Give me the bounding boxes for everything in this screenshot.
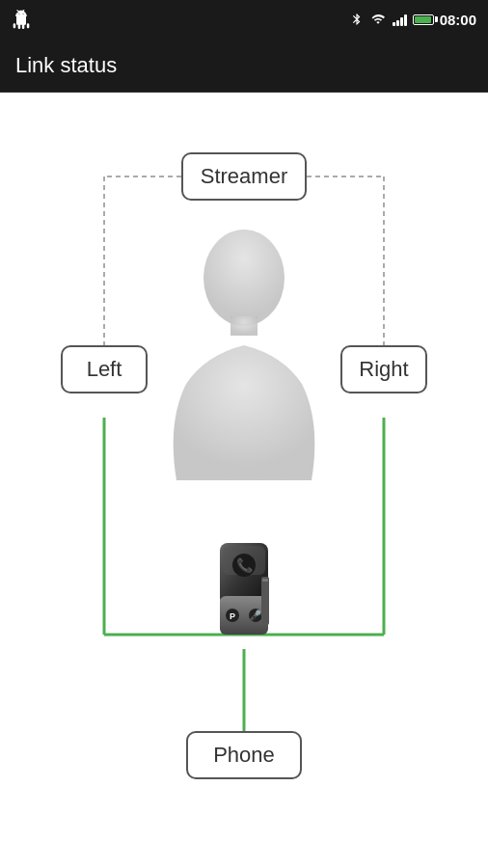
phone-label: Phone <box>213 743 275 768</box>
left-box: Left <box>61 345 148 393</box>
streamer-box: Streamer <box>181 152 307 201</box>
svg-rect-21 <box>262 579 268 582</box>
right-box: Right <box>340 345 427 393</box>
status-bar-right: 08:00 <box>350 11 476 28</box>
wifi-icon <box>369 13 387 26</box>
svg-text:📞: 📞 <box>236 557 254 574</box>
streamer-label: Streamer <box>201 164 287 189</box>
svg-point-9 <box>203 230 285 326</box>
left-label: Left <box>87 357 122 382</box>
diagram: Streamer Left <box>41 123 447 818</box>
signal-bars <box>393 13 407 26</box>
status-bar-left <box>12 10 31 29</box>
phone-box: Phone <box>186 731 302 779</box>
battery-icon <box>413 14 434 25</box>
svg-text:P: P <box>230 611 235 621</box>
svg-rect-20 <box>261 577 269 625</box>
page-title: Link status <box>15 53 117 78</box>
main-content: Streamer Left <box>0 93 488 868</box>
svg-rect-10 <box>230 316 258 336</box>
person-silhouette <box>157 230 331 480</box>
status-bar: 08:00 <box>0 0 488 39</box>
title-bar: Link status <box>0 39 488 93</box>
status-time: 08:00 <box>440 12 476 28</box>
bluetooth-icon <box>350 11 364 28</box>
svg-text:🎤: 🎤 <box>249 609 262 622</box>
streamer-device: 📞 P 🎤 <box>205 538 283 644</box>
right-label: Right <box>359 357 408 382</box>
android-icon <box>12 10 31 29</box>
